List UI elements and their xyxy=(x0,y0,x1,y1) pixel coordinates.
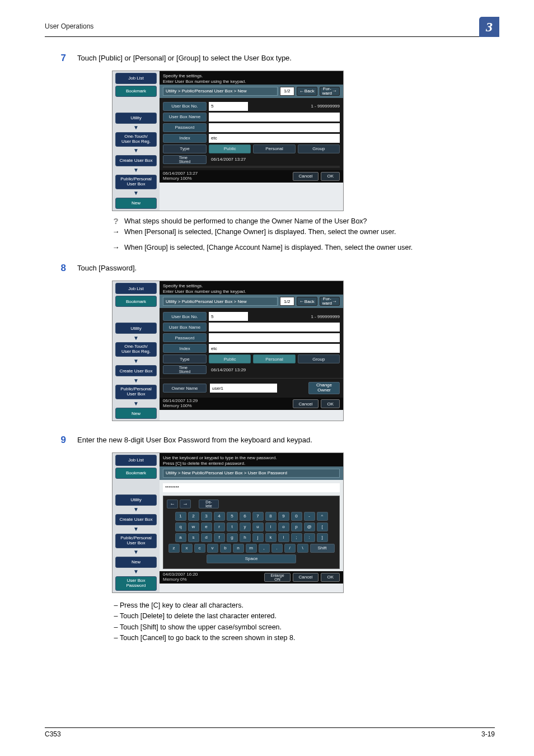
key-f[interactable]: f xyxy=(214,533,225,542)
nav-utility[interactable]: Utility xyxy=(115,323,157,334)
key-;[interactable]: ; xyxy=(291,533,302,542)
cancel-button[interactable]: Cancel xyxy=(293,172,319,181)
back-button[interactable]: ←Back xyxy=(297,87,317,96)
key-y[interactable]: y xyxy=(240,522,251,531)
key-[[interactable]: [ xyxy=(317,522,328,531)
type-personal-button[interactable]: Personal xyxy=(253,354,295,363)
key-e[interactable]: e xyxy=(201,522,212,531)
key-t[interactable]: t xyxy=(227,522,238,531)
ok-button[interactable]: OK xyxy=(321,172,340,181)
nav-public-personal[interactable]: Public/Personal User Box xyxy=(115,175,157,189)
key-.[interactable]: . xyxy=(271,544,283,553)
nav-new[interactable]: New xyxy=(115,408,157,419)
key-z[interactable]: z xyxy=(168,544,180,553)
key-3[interactable]: 3 xyxy=(201,512,212,521)
key-n[interactable]: n xyxy=(233,544,244,553)
ok-button[interactable]: OK xyxy=(321,573,340,582)
key-g[interactable]: g xyxy=(227,533,238,542)
cancel-button[interactable]: Cancel xyxy=(293,399,319,408)
key-i[interactable]: i xyxy=(265,522,277,531)
key-0[interactable]: 0 xyxy=(291,512,302,521)
key-8[interactable]: 8 xyxy=(265,512,277,521)
key-h[interactable]: h xyxy=(240,533,251,542)
forward-button[interactable]: For- ward→ xyxy=(320,297,340,306)
nav-utility[interactable]: Utility xyxy=(115,113,157,124)
key-s[interactable]: s xyxy=(188,533,199,542)
ok-button[interactable]: OK xyxy=(321,399,340,408)
label-user-box-no[interactable]: User Box No. xyxy=(163,102,207,111)
question-icon: ? xyxy=(112,217,120,225)
key-^[interactable]: ^ xyxy=(317,512,328,521)
key-a[interactable]: a xyxy=(175,533,186,542)
key-c[interactable]: c xyxy=(194,544,205,553)
label-user-box-name[interactable]: User Box Name xyxy=(163,323,207,332)
nav-one-touch[interactable]: One-Touch/ User Box Reg. xyxy=(115,342,157,357)
key-\[interactable]: \ xyxy=(297,544,308,553)
label-password[interactable]: Password xyxy=(163,123,207,132)
nav-new[interactable]: New xyxy=(115,198,157,209)
nav-bookmark[interactable]: Bookmark xyxy=(115,86,157,97)
nav-bookmark[interactable]: Bookmark xyxy=(115,296,157,307)
label-user-box-name[interactable]: User Box Name xyxy=(163,113,207,122)
back-button[interactable]: ←Back xyxy=(297,297,317,306)
key-o[interactable]: o xyxy=(278,522,289,531)
nav-one-touch[interactable]: One-Touch/ User Box Reg. xyxy=(115,132,157,147)
arrow-right-key[interactable]: → xyxy=(180,500,191,508)
key-w[interactable]: w xyxy=(188,522,199,531)
key-4[interactable]: 4 xyxy=(214,512,225,521)
key-1[interactable]: 1 xyxy=(175,512,186,521)
arrow-left-key[interactable]: ← xyxy=(167,500,178,508)
nav-create-user-box[interactable]: Create User Box xyxy=(115,514,157,525)
nav-user-box-password[interactable]: User Box Password xyxy=(115,576,157,591)
key-l[interactable]: l xyxy=(278,533,289,542)
key-@[interactable]: @ xyxy=(304,522,315,531)
cancel-button[interactable]: Cancel xyxy=(293,573,319,582)
key-m[interactable]: m xyxy=(246,544,257,553)
key-b[interactable]: b xyxy=(220,544,231,553)
key-j[interactable]: j xyxy=(252,533,264,542)
key-6[interactable]: 6 xyxy=(240,512,251,521)
nav-new[interactable]: New xyxy=(115,557,157,568)
key-r[interactable]: r xyxy=(214,522,225,531)
type-public-button[interactable]: Public xyxy=(209,354,251,363)
key-][interactable]: ] xyxy=(317,533,328,542)
key-p[interactable]: p xyxy=(291,522,302,531)
delete-key[interactable]: De- lete xyxy=(199,500,219,508)
type-group-button[interactable]: Group xyxy=(298,354,340,363)
key-5[interactable]: 5 xyxy=(227,512,238,521)
enlarge-button[interactable]: Enlarge ON xyxy=(264,573,290,582)
nav-bookmark[interactable]: Bookmark xyxy=(115,468,157,479)
label-password[interactable]: Password xyxy=(163,333,207,342)
label-index[interactable]: Index xyxy=(163,344,207,353)
space-key[interactable]: Space xyxy=(207,554,296,563)
nav-public-personal[interactable]: Public/Personal User Box xyxy=(115,534,157,548)
nav-create-user-box[interactable]: Create User Box xyxy=(115,365,157,376)
nav-public-personal[interactable]: Public/Personal User Box xyxy=(115,385,157,399)
type-personal-button[interactable]: Personal xyxy=(253,144,295,153)
key-u[interactable]: u xyxy=(252,522,264,531)
key-q[interactable]: q xyxy=(175,522,186,531)
key-9[interactable]: 9 xyxy=(278,512,289,521)
key-v[interactable]: v xyxy=(207,544,218,553)
key-d[interactable]: d xyxy=(201,533,212,542)
key-2[interactable]: 2 xyxy=(188,512,199,521)
nav-job-list[interactable]: Job List xyxy=(115,455,157,466)
key-:[interactable]: : xyxy=(304,533,315,542)
key-x[interactable]: x xyxy=(181,544,193,553)
shift-key[interactable]: Shift xyxy=(310,544,335,553)
key-,[interactable]: , xyxy=(259,544,270,553)
type-group-button[interactable]: Group xyxy=(298,144,340,153)
nav-job-list[interactable]: Job List xyxy=(115,283,157,294)
nav-job-list[interactable]: Job List xyxy=(115,73,157,84)
label-index[interactable]: Index xyxy=(163,134,207,143)
key-7[interactable]: 7 xyxy=(252,512,264,521)
forward-button[interactable]: For- ward→ xyxy=(320,87,340,96)
nav-create-user-box[interactable]: Create User Box xyxy=(115,155,157,166)
nav-utility[interactable]: Utility xyxy=(115,494,157,506)
type-public-button[interactable]: Public xyxy=(209,144,251,153)
key-/[interactable]: / xyxy=(284,544,296,553)
key-k[interactable]: k xyxy=(265,533,277,542)
label-user-box-no[interactable]: User Box No. xyxy=(163,312,207,321)
key--[interactable]: - xyxy=(304,512,315,521)
change-owner-button[interactable]: Change Owner xyxy=(308,382,340,394)
